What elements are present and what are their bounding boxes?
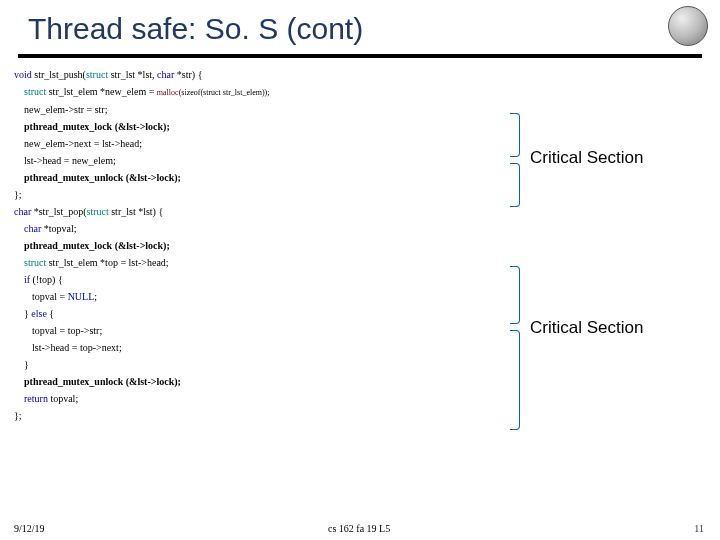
code-line: void str_lst_push(struct str_lst *lst, c… [14, 66, 720, 83]
footer-course: cs 162 fa 19 L5 [328, 523, 390, 534]
title-underline [18, 54, 702, 58]
bracket-icon [510, 330, 520, 430]
code-line: new_elem->str = str; [14, 101, 720, 118]
footer-date: 9/12/19 [14, 523, 45, 534]
code-line: }; [14, 407, 720, 424]
code-line: if (!top) { [14, 271, 720, 288]
code-line: }; [14, 186, 720, 203]
code-line: topval = NULL; [14, 288, 720, 305]
critical-section-label: Critical Section [530, 148, 643, 168]
seal-icon [668, 6, 708, 46]
page-number: 11 [694, 523, 704, 534]
code-line: lst->head = top->next; [14, 339, 720, 356]
code-line: pthread_mutex_unlock (&lst->lock); [14, 169, 720, 186]
code-line: pthread_mutex_unlock (&lst->lock); [14, 373, 720, 390]
bracket-icon [510, 266, 520, 324]
bracket-icon [510, 163, 520, 207]
code-line: } [14, 356, 720, 373]
bracket-icon [510, 113, 520, 157]
code-line: struct str_lst_elem *new_elem = malloc(s… [14, 83, 720, 101]
code-line: char *topval; [14, 220, 720, 237]
code-line: pthread_mutex_lock (&lst->lock); [14, 118, 720, 135]
code-block: void str_lst_push(struct str_lst *lst, c… [0, 64, 720, 424]
critical-section-label: Critical Section [530, 318, 643, 338]
code-line: pthread_mutex_lock (&lst->lock); [14, 237, 720, 254]
code-line: return topval; [14, 390, 720, 407]
code-line: char *str_lst_pop(struct str_lst *lst) { [14, 203, 720, 220]
slide-title: Thread safe: So. S (cont) [0, 0, 720, 54]
code-line: struct str_lst_elem *top = lst->head; [14, 254, 720, 271]
